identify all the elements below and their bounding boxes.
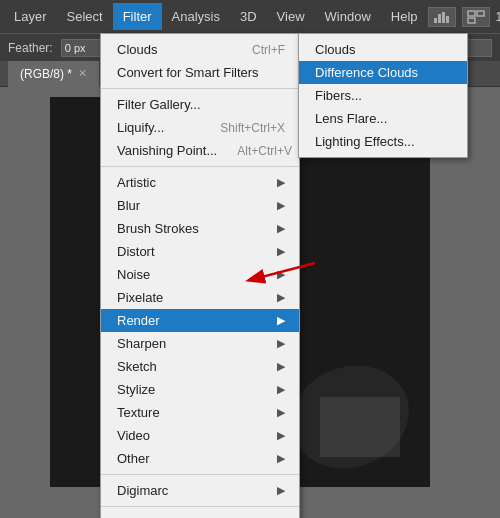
filter-texture[interactable]: Texture ▶ — [101, 401, 299, 424]
arrangement-icon[interactable] — [462, 7, 490, 27]
filter-digimarc[interactable]: Digimarc ▶ — [101, 479, 299, 502]
zoom-level: 100% — [496, 10, 500, 24]
feather-label: Feather: — [8, 41, 53, 55]
menu-select[interactable]: Select — [57, 3, 113, 30]
menu-window[interactable]: Window — [315, 3, 381, 30]
filter-render[interactable]: Render ▶ — [101, 309, 299, 332]
filter-vanishing-point[interactable]: Vanishing Point... Alt+Ctrl+V — [101, 139, 299, 162]
svg-rect-1 — [438, 14, 441, 23]
menu-help[interactable]: Help — [381, 3, 428, 30]
render-submenu[interactable]: Clouds Difference Clouds Fibers... Lens … — [298, 33, 468, 158]
render-fibers[interactable]: Fibers... — [299, 84, 467, 107]
divider-1 — [101, 88, 299, 89]
filter-convert-smart[interactable]: Convert for Smart Filters — [101, 61, 299, 84]
menu-analysis[interactable]: Analysis — [162, 3, 230, 30]
render-clouds[interactable]: Clouds — [299, 38, 467, 61]
filter-artistic[interactable]: Artistic ▶ — [101, 171, 299, 194]
histogram-icon[interactable] — [428, 7, 456, 27]
svg-rect-5 — [477, 11, 484, 16]
filter-pixelate[interactable]: Pixelate ▶ — [101, 286, 299, 309]
filter-sketch[interactable]: Sketch ▶ — [101, 355, 299, 378]
document-tab[interactable]: (RGB/8) * ✕ — [8, 61, 100, 87]
menu-view[interactable]: View — [267, 3, 315, 30]
divider-2 — [101, 166, 299, 167]
filter-gallery[interactable]: Filter Gallery... — [101, 93, 299, 116]
filter-distort[interactable]: Distort ▶ — [101, 240, 299, 263]
render-difference-clouds[interactable]: Difference Clouds — [299, 61, 467, 84]
svg-rect-2 — [442, 12, 445, 23]
filter-video[interactable]: Video ▶ — [101, 424, 299, 447]
filter-liquify[interactable]: Liquify... Shift+Ctrl+X — [101, 116, 299, 139]
filter-stylize[interactable]: Stylize ▶ — [101, 378, 299, 401]
menu-filter[interactable]: Filter — [113, 3, 162, 30]
svg-rect-6 — [468, 18, 475, 23]
svg-rect-0 — [434, 18, 437, 23]
filter-brush-strokes[interactable]: Brush Strokes ▶ — [101, 217, 299, 240]
menu-layer[interactable]: Layer — [4, 3, 57, 30]
menu-bar: Layer Select Filter Analysis 3D View Win… — [0, 0, 500, 33]
divider-4 — [101, 506, 299, 507]
svg-rect-4 — [468, 11, 475, 16]
filter-sharpen[interactable]: Sharpen ▶ — [101, 332, 299, 355]
menu-3d[interactable]: 3D — [230, 3, 267, 30]
filter-clouds[interactable]: Clouds Ctrl+F — [101, 38, 299, 61]
tab-close[interactable]: ✕ — [78, 67, 87, 80]
filter-browse-online[interactable]: Browse Filters Online... — [101, 511, 299, 518]
svg-rect-3 — [446, 16, 449, 23]
filter-menu[interactable]: Clouds Ctrl+F Convert for Smart Filters … — [100, 33, 300, 518]
divider-3 — [101, 474, 299, 475]
filter-other[interactable]: Other ▶ — [101, 447, 299, 470]
render-lens-flare[interactable]: Lens Flare... — [299, 107, 467, 130]
filter-blur[interactable]: Blur ▶ — [101, 194, 299, 217]
filter-noise[interactable]: Noise ▶ — [101, 263, 299, 286]
render-lighting-effects[interactable]: Lighting Effects... — [299, 130, 467, 153]
